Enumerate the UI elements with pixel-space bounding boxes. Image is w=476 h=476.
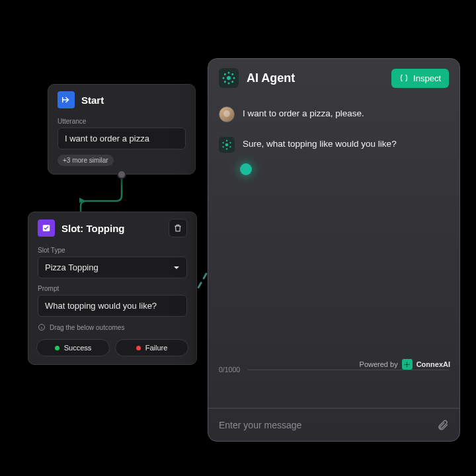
prompt-label: Prompt [38,285,187,292]
char-counter: 0/1000 [219,366,240,374]
message-user: I want to order a pizza, please. [219,106,449,122]
user-message-text: I want to order a pizza, please. [243,106,364,118]
start-title: Start [81,95,104,106]
info-icon [38,323,46,331]
agent-title: AI Agent [247,71,295,85]
attachment-icon[interactable] [437,419,449,431]
svg-point-3 [406,364,408,366]
output-port[interactable] [117,170,126,179]
success-dot-icon [55,346,60,350]
svg-point-5 [409,364,410,365]
utterance-input[interactable] [58,128,186,149]
ai-agent-panel: AI Agent Inspect I want to order a pizza… [208,58,460,442]
svg-point-4 [407,362,408,363]
failure-dot-icon [136,346,141,350]
slot-node[interactable]: Slot: Topping Slot Type Pizza Topping Pr… [28,212,197,365]
utterance-label: Utterance [58,118,186,125]
drag-hint: Drag the below outcomes [38,323,187,331]
message-input[interactable] [219,420,437,430]
outcome-failure[interactable]: Failure [115,339,188,356]
chevron-down-icon [173,264,180,271]
slot-icon [38,219,55,237]
slot-type-value: Pizza Topping [45,262,99,272]
live-indicator-icon [240,163,252,175]
similar-pill[interactable]: +3 more similar [58,155,114,166]
bot-avatar-icon [219,137,235,153]
inspect-button[interactable]: Inspect [391,69,449,88]
svg-marker-0 [79,198,85,203]
prompt-input[interactable] [38,295,187,317]
braces-icon [399,73,409,83]
message-bot: Sure, what topping like would you like? [219,137,449,153]
bot-message-text: Sure, what topping like would you like? [243,137,397,149]
svg-point-6 [407,366,408,367]
connexai-mark-icon [402,359,413,370]
counter-divider [248,370,449,370]
svg-point-7 [405,364,406,365]
outcome-success[interactable]: Success [36,339,110,356]
start-node[interactable]: Start Utterance +3 more similar [48,84,196,175]
agent-logo-icon [219,68,239,88]
powered-by: Powered by ConnexAI [360,359,450,370]
start-icon [58,91,75,108]
slot-title: Slot: Topping [61,223,125,234]
delete-button[interactable] [169,219,187,237]
brand-name: ConnexAI [416,360,450,368]
user-avatar-icon [219,106,235,122]
slot-type-select[interactable]: Pizza Topping [38,257,187,278]
slot-type-label: Slot Type [38,247,187,254]
composer [208,408,459,441]
